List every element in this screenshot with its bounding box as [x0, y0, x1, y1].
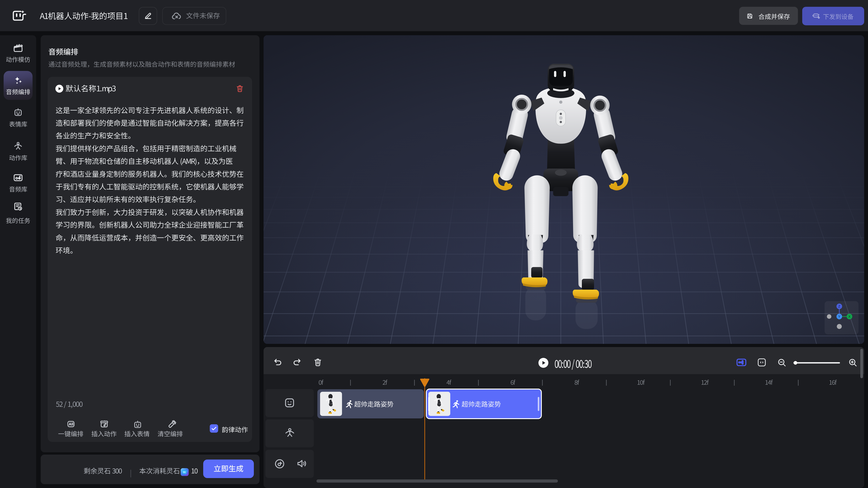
svg-text:Y: Y [838, 315, 840, 318]
svg-text:Z: Z [838, 304, 840, 308]
svg-text:X: X [848, 315, 850, 318]
